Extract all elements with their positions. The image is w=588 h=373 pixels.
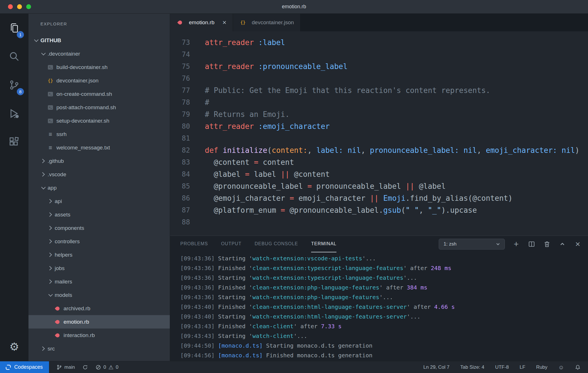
tree-item-label: assets <box>55 212 70 218</box>
errors-icon <box>95 364 101 370</box>
status-item-label: Ruby <box>536 364 548 370</box>
chevron-icon <box>47 224 54 232</box>
status-item-label: LF <box>520 364 525 370</box>
tree-item[interactable]: mailers <box>28 275 170 288</box>
tree-item[interactable]: devcontainer.json <box>28 74 170 87</box>
tree-item[interactable]: post-attach-command.sh <box>28 101 170 114</box>
code-line: 75 attr_reader :pronounceable_label <box>170 60 588 72</box>
branch-indicator[interactable]: main <box>56 364 75 370</box>
notifications-button[interactable] <box>575 364 581 370</box>
panel-tab[interactable]: TERMINAL <box>311 236 336 252</box>
tree-item-label: .devcontainer <box>48 51 80 57</box>
tree-item-label: GITHUB <box>40 37 61 44</box>
panel-tab[interactable]: DEBUG CONSOLE <box>255 236 298 252</box>
panel-tab-label: OUTPUT <box>221 241 242 246</box>
terminal-output[interactable]: [09:43:36] Starting 'watch-extension:vsc… <box>170 252 588 361</box>
code-line: 86 @emoji_character = emoji_character ||… <box>170 192 588 204</box>
maximize-panel-button[interactable] <box>558 240 566 248</box>
tree-item[interactable]: ssrh <box>28 127 170 141</box>
tree-item-label: build-devcontainer.sh <box>56 64 108 70</box>
zoom-window-button[interactable] <box>26 4 31 9</box>
code-text: @label = label || @content <box>190 170 330 179</box>
tree-item[interactable]: setup-devcontainer.sh <box>28 114 170 127</box>
tree-item[interactable]: .devcontainer <box>28 47 170 60</box>
codespaces-icon <box>5 364 11 370</box>
sync-changes-button[interactable] <box>82 364 88 370</box>
tree-item[interactable]: GITHUB <box>28 34 170 47</box>
tree-item[interactable]: on-create-command.sh <box>28 87 170 101</box>
tree-item[interactable]: .github <box>28 154 170 168</box>
line-number: 76 <box>170 74 190 82</box>
tree-item[interactable]: src <box>28 342 170 355</box>
code-editor[interactable]: 73 attr_reader :label 74 75 attr_reader … <box>170 31 588 236</box>
tree-item-label: on-create-command.sh <box>56 91 112 97</box>
chevron-icon <box>47 278 54 285</box>
terminal-shell-select[interactable]: 1: zsh <box>439 239 505 250</box>
terminal-text: [09:43:36] Starting 'watch-extension:vsc… <box>180 255 376 262</box>
warnings-icon: ⚠ <box>108 364 113 370</box>
tree-item[interactable]: build-devcontainer.sh <box>28 60 170 74</box>
settings-button[interactable]: ⚙ <box>0 333 28 361</box>
code-line: 77 # Public: Get the Emoji that this rea… <box>170 84 588 96</box>
status-item[interactable]: Ln 29, Col 7 <box>423 364 450 370</box>
search-view-button[interactable] <box>0 42 28 71</box>
tree-item[interactable]: helpers <box>28 248 170 261</box>
explorer-view-button[interactable]: 1 <box>0 14 28 42</box>
tree-item[interactable]: interaction.rb <box>28 329 170 342</box>
chevron-icon <box>47 251 54 259</box>
bell-icon <box>575 364 581 370</box>
close-window-button[interactable] <box>8 4 13 9</box>
close-panel-button[interactable]: × <box>574 240 582 248</box>
panel-tab[interactable]: OUTPUT <box>221 236 242 252</box>
tree-item[interactable]: welcome_message.txt <box>28 141 170 154</box>
file-type-icon <box>54 305 61 312</box>
minimize-window-button[interactable] <box>17 4 22 9</box>
problems-indicator[interactable]: 0 ⚠ 0 <box>95 364 119 370</box>
tree-item[interactable]: emotion.rb <box>28 315 170 329</box>
tweet-feedback-button[interactable]: ☺ <box>558 364 564 370</box>
file-type-icon <box>47 131 54 138</box>
line-number: 80 <box>170 122 190 130</box>
tree-item-label: welcome_message.txt <box>56 145 110 151</box>
code-line: 82 def initialize(content:, label: nil, … <box>170 144 588 156</box>
tree-item[interactable]: archived.rb <box>28 302 170 315</box>
extensions-view-button[interactable] <box>0 128 28 156</box>
explorer-badge: 1 <box>17 31 24 38</box>
editor-tab[interactable]: emotion.rb × <box>170 14 233 31</box>
tree-item[interactable]: .vscode <box>28 168 170 181</box>
kill-terminal-button[interactable] <box>543 240 551 248</box>
tree-item[interactable]: assets <box>28 208 170 221</box>
status-item[interactable]: Tab Size: 4 <box>460 364 484 370</box>
new-terminal-button[interactable]: + <box>512 240 520 248</box>
git-branch-icon <box>56 364 62 370</box>
tree-item[interactable]: models <box>28 288 170 302</box>
editor-tab[interactable]: devcontainer.json <box>233 14 301 31</box>
status-item[interactable]: LF <box>520 364 525 370</box>
line-number: 86 <box>170 194 190 202</box>
terminal-line: [09:44:56] [monaco.d.ts] Finished monaco… <box>180 350 588 360</box>
branch-label: main <box>64 364 75 370</box>
source-control-view-button[interactable]: 8 <box>0 71 28 99</box>
line-number: 77 <box>170 86 190 94</box>
tree-item[interactable]: jobs <box>28 261 170 275</box>
status-item-label: Tab Size: 4 <box>460 364 484 370</box>
status-item[interactable]: Ruby <box>536 364 548 370</box>
tree-item[interactable]: app <box>28 181 170 194</box>
status-item[interactable]: UTF-8 <box>495 364 509 370</box>
panel-tabs: PROBLEMS OUTPUT DEBUG CONSOLE TERMINAL <box>180 236 336 252</box>
panel-tab[interactable]: PROBLEMS <box>180 236 208 252</box>
run-debug-view-button[interactable] <box>0 99 28 128</box>
code-line: 79 # Returns an Emoji. <box>170 108 588 120</box>
terminal-line: [09:43:36] Finished 'clean-extension:typ… <box>180 263 588 273</box>
tree-item-label: api <box>55 198 62 204</box>
split-terminal-button[interactable] <box>528 240 536 248</box>
tree-item[interactable]: controllers <box>28 235 170 248</box>
codespaces-remote-indicator[interactable]: Codespaces <box>0 361 49 373</box>
tab-close-button[interactable]: × <box>222 19 226 26</box>
terminal-text: [09:44:50] [monaco.d.ts] Starting monaco… <box>180 342 372 349</box>
trash-icon <box>543 240 551 248</box>
tree-item[interactable]: api <box>28 194 170 208</box>
smiley-icon: ☺ <box>558 364 564 370</box>
tree-item[interactable]: components <box>28 221 170 235</box>
chevron-icon <box>47 198 54 205</box>
